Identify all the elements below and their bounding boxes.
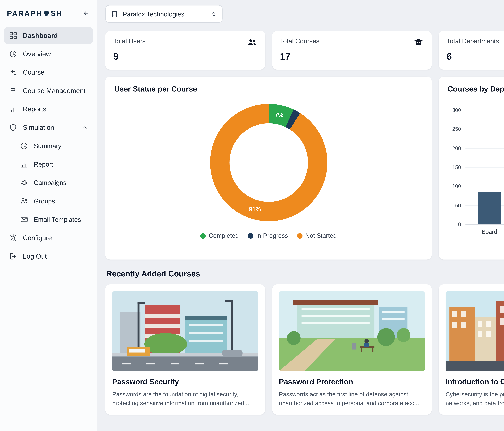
recent-courses-header: Recently Added Courses Show All <box>106 270 504 279</box>
sidebar-item-overview[interactable]: Overview <box>4 45 93 63</box>
company-selector[interactable]: Parafox Technologies <box>105 5 223 23</box>
legend-label: Completed <box>209 232 239 239</box>
course-card-introduction-to-cybersecurity[interactable]: Introduction to Cybesecurity Cybersecuri… <box>439 284 504 415</box>
x-tick-label: Board <box>466 229 504 235</box>
legend-label: Not Started <box>305 232 337 239</box>
groups-icon <box>20 197 28 205</box>
reports-icon <box>9 105 18 113</box>
sidebar-item-label: Course Management <box>23 87 85 94</box>
y-tick-label: 100 <box>452 183 461 189</box>
stat-label: Total Departments <box>447 37 499 45</box>
stat-card-total-courses: Total Courses 17 <box>272 31 432 70</box>
stats-row: Total Users 9 Total Courses 17 Total Dep… <box>105 31 504 70</box>
y-tick-label: 0 <box>458 221 461 227</box>
brand-text-left: PARAPH <box>7 9 42 18</box>
recent-courses-title: Recently Added Courses <box>106 270 200 279</box>
shield-logo-icon <box>43 10 50 17</box>
course-description: Passwords act as the first line of defen… <box>279 390 425 408</box>
course-title: Introduction to Cybesecurity <box>446 377 504 386</box>
graduation-cap-icon <box>413 37 424 48</box>
bar-chart: 050100150200250300 BoardHRITMarketingR&D… <box>448 110 504 235</box>
sidebar-item-logout[interactable]: Log Out <box>4 248 93 265</box>
sidebar-item-course[interactable]: Course <box>4 64 93 81</box>
sidebar-item-groups[interactable]: Groups <box>4 192 93 210</box>
select-arrows-icon <box>211 11 217 17</box>
legend-dot <box>200 233 206 238</box>
sidebar-item-label: Overview <box>23 50 51 58</box>
sidebar-item-course-management[interactable]: Course Management <box>4 82 93 99</box>
sidebar-item-label: Summary <box>34 142 61 150</box>
sidebar-item-label: Simulation <box>23 124 76 131</box>
course-thumbnail <box>446 291 504 371</box>
donut-value-label: 91% <box>249 206 261 213</box>
sidebar-item-email-templates[interactable]: Email Templates <box>4 211 93 228</box>
sidebar-item-label: Groups <box>34 197 55 205</box>
sidebar-item-dashboard[interactable]: Dashboard <box>4 27 93 44</box>
y-tick-label: 300 <box>452 107 461 113</box>
sidebar: PARAPH SH Dashboard Overview Course Cour… <box>0 0 97 431</box>
legend-label: In Progress <box>256 232 288 239</box>
course-description: Cybersecurity is the practice of protect… <box>446 390 504 408</box>
app-root: PARAPH SH Dashboard Overview Course Cour… <box>0 0 504 431</box>
sidebar-collapse-button[interactable] <box>80 8 90 18</box>
overview-icon <box>9 50 18 58</box>
user-status-chart-card: User Status per Course 7%91% Completed I… <box>105 76 432 260</box>
sidebar-item-label: Email Templates <box>34 216 81 223</box>
sidebar-item-label: Dashboard <box>23 32 58 39</box>
stat-label: Total Courses <box>280 37 319 45</box>
sidebar-item-report[interactable]: Report <box>4 156 93 173</box>
stat-value: 9 <box>113 51 257 62</box>
stat-value: 6 <box>447 51 504 62</box>
gridline <box>466 224 504 225</box>
sidebar-item-summary[interactable]: Summary <box>4 137 93 155</box>
course-title: Password Protection <box>279 377 425 386</box>
email-templates-icon <box>20 215 28 224</box>
bar-y-axis: 050100150200250300 <box>448 110 465 224</box>
chevron-up-icon <box>81 124 88 131</box>
bar-column <box>466 192 504 224</box>
bar-columns <box>466 110 504 224</box>
stat-card-total-departments: Total Departments 6 <box>439 31 504 70</box>
city-block-illustration <box>446 291 504 371</box>
topbar: Parafox Technologies SA <box>97 0 504 28</box>
sidebar-item-label: Course <box>23 69 45 76</box>
legend-dot <box>248 233 253 238</box>
sidebar-item-label: Campaigns <box>34 179 66 187</box>
legend-item-in-progress: In Progress <box>248 232 288 239</box>
sidebar-item-configure[interactable]: Configure <box>4 229 93 247</box>
course-icon <box>9 68 18 76</box>
sidebar-item-label: Log Out <box>23 253 47 260</box>
logout-icon <box>9 252 18 261</box>
y-tick-label: 200 <box>452 145 461 151</box>
legend-item-completed: Completed <box>200 232 239 239</box>
simulation-icon <box>9 123 18 132</box>
legend-item-not-started: Not Started <box>297 232 337 239</box>
stat-label: Total Users <box>113 37 145 45</box>
course-card-password-security[interactable]: Password Security Passwords are the foun… <box>105 284 265 415</box>
course-management-icon <box>9 86 18 95</box>
users-icon <box>247 37 257 48</box>
collapse-sidebar-icon <box>81 9 89 18</box>
report-icon <box>20 160 28 169</box>
dashboard-content: Total Users 9 Total Courses 17 Total Dep… <box>97 28 504 431</box>
donut-hole <box>229 123 308 202</box>
bar-x-labels: BoardHRITMarketingR&DSales <box>466 229 504 235</box>
y-tick-label: 50 <box>455 202 461 208</box>
sidebar-item-label: Reports <box>23 105 46 113</box>
course-title: Password Security <box>112 377 258 386</box>
sidebar-item-simulation[interactable]: Simulation <box>4 119 93 136</box>
configure-icon <box>9 234 18 242</box>
sidebar-item-label: Configure <box>23 234 52 242</box>
sidebar-item-label: Report <box>34 161 53 168</box>
courses-by-department-chart-card: Courses by Department 050100150200250300… <box>439 76 504 260</box>
brand-text-right: SH <box>51 9 63 18</box>
chart-title: User Status per Course <box>114 84 423 93</box>
course-thumbnail <box>279 291 425 371</box>
course-card-password-protection[interactable]: Password Protection Passwords act as the… <box>272 284 432 415</box>
sidebar-item-campaigns[interactable]: Campaigns <box>4 174 93 191</box>
sidebar-item-reports[interactable]: Reports <box>4 100 93 118</box>
stat-card-total-users: Total Users 9 <box>105 31 265 70</box>
legend-dot <box>297 233 302 238</box>
donut-value-label: 7% <box>275 112 283 119</box>
donut-legend: Completed In Progress Not Started <box>200 232 337 239</box>
